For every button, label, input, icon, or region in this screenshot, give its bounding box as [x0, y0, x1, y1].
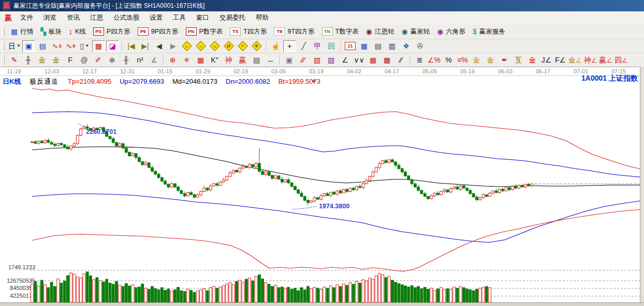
ying-tool-button[interactable]: 赢 — [236, 54, 249, 66]
menu-trade-order[interactable]: 交易委托 — [214, 12, 251, 24]
spiral-tool-button[interactable]: @ — [78, 54, 91, 66]
shift-left-button[interactable]: ← — [181, 40, 194, 52]
gold-levels-tool-button[interactable]: 金 — [484, 54, 497, 66]
time-hash-tool-button[interactable]: ╫ — [120, 54, 133, 66]
t-square-button[interactable]: TST四方形 — [226, 26, 270, 37]
winner-wheel-button[interactable]: ◉赢家轮 — [398, 26, 433, 37]
trendline-button[interactable]: ╱ — [297, 40, 310, 52]
jump-last-button[interactable]: ▶| — [139, 40, 152, 52]
menu-settings[interactable]: 设置 — [144, 12, 168, 24]
four-angle-tool-button[interactable]: 四∠ — [614, 54, 628, 66]
calendar-button[interactable]: 21 — [344, 40, 357, 52]
sectors-button[interactable]: ▚板块 — [37, 26, 65, 37]
menu-gann[interactable]: 江恩 — [85, 12, 108, 24]
gold-underline-tool-button[interactable]: 金 — [526, 54, 539, 66]
menu-news[interactable]: 资讯 — [62, 12, 85, 24]
menu-formula-picker[interactable]: 公式选股 — [108, 12, 144, 24]
f-angle-tool-button[interactable]: F∠ — [554, 54, 567, 66]
mark-tool-button[interactable]: ✐ — [92, 54, 105, 66]
gann-glyph-tool-button[interactable]: 甲 — [311, 40, 324, 52]
volume-profile-button[interactable]: ◪ — [106, 40, 119, 52]
slant-lines-tool-button[interactable]: ⁄⁄ — [394, 54, 407, 66]
save-web-button[interactable]: ❖ — [400, 40, 413, 52]
fibonacci-tool-button[interactable]: F — [64, 54, 77, 66]
ruler-tool-button[interactable]: ▤ — [250, 54, 263, 66]
winner-service-button[interactable]: $赢家服务 — [469, 26, 509, 37]
ink-tool-button[interactable]: ✒ — [498, 54, 511, 66]
pan-hand-button[interactable]: ☝ — [269, 40, 282, 52]
grid-shift-tool-button[interactable]: ▦ — [380, 54, 393, 66]
indicator-name[interactable]: 极反通道 — [30, 78, 58, 85]
kline-button[interactable]: ↨K线 — [65, 26, 90, 37]
j-angle-tool-button[interactable]: J∠ — [540, 54, 553, 66]
menu-browse[interactable]: 浏览 — [38, 12, 62, 24]
zoom-center-button[interactable]: + — [237, 40, 250, 52]
grid-target-tool-button[interactable]: ▦ — [194, 54, 207, 66]
box-fan-tool-button[interactable]: ▨ — [311, 54, 324, 66]
jump-first-button[interactable]: |◀ — [125, 40, 138, 52]
ying-angle-tool-button[interactable]: 赢∠ — [598, 54, 613, 66]
dropdown-caret-icon[interactable]: ▼ — [17, 44, 21, 48]
menu-help[interactable]: 帮助 — [251, 12, 274, 24]
expand-horizontal-button[interactable]: ↔ — [209, 40, 222, 52]
percent-drop-tool-button[interactable]: ∠% — [427, 54, 441, 66]
hexagon-button[interactable]: ◉六角形 — [433, 26, 469, 37]
t-table-button[interactable]: TNT数字表 — [318, 26, 362, 37]
toolbar-grip[interactable] — [2, 27, 5, 36]
diag-grid-tool-button[interactable]: ▧ — [325, 54, 338, 66]
info-panel-button[interactable]: ▤ — [36, 40, 49, 52]
gann-wheel-button[interactable]: ◉江恩轮 — [362, 26, 398, 37]
gann-circle-tool-button[interactable]: ⊕ — [106, 54, 119, 66]
wave-9-button[interactable]: ∿9 — [64, 40, 77, 52]
gann-fan-tool-button[interactable]: ⁄⁄⁄ — [297, 54, 310, 66]
zoom-region-button[interactable]: ▣ — [22, 40, 35, 52]
shen-tool-button[interactable]: 神 — [222, 54, 235, 66]
angles-tool-button[interactable]: ∠ — [339, 54, 352, 66]
9t-square-button[interactable]: T99T四方形 — [270, 26, 318, 37]
9p-square-button[interactable]: P99P四方形 — [134, 26, 182, 37]
measure-tool-button[interactable]: ↔ — [264, 54, 277, 66]
toolbar-grip[interactable] — [2, 41, 5, 51]
page-left-button[interactable]: ◀ — [153, 40, 166, 52]
pattern-overlay-button[interactable]: ▩ — [92, 40, 105, 52]
toolbar-grip[interactable] — [2, 55, 5, 65]
crosshair-button[interactable]: + — [283, 40, 296, 52]
dropdown-caret-icon[interactable]: ▼ — [85, 44, 89, 48]
shift-right-button[interactable]: → — [195, 40, 208, 52]
gold-circle-tool-button[interactable]: 金 — [470, 54, 483, 66]
gold-gann-tool-button[interactable]: 金 — [36, 54, 49, 66]
starburst-tool-button[interactable]: ✳ — [180, 54, 193, 66]
k-note-tool-button[interactable]: K″ — [208, 54, 221, 66]
percent-tool-button[interactable]: % — [442, 54, 455, 66]
calculator-button[interactable]: ▦ — [358, 40, 371, 52]
square-nine-tool-button[interactable]: n² — [134, 54, 147, 66]
frame-tool-button[interactable]: ▣ — [283, 54, 296, 66]
grid-tool-button[interactable]: ╫ — [22, 54, 35, 66]
pencil-tool-button[interactable]: ✎ — [8, 54, 21, 66]
page-right-button[interactable]: ▶ — [167, 40, 180, 52]
red-grid-tool-button[interactable]: ▦ — [367, 54, 379, 66]
stat-chart-tool-button[interactable]: ≣ — [413, 54, 426, 66]
p-table-button[interactable]: PNP数字表 — [182, 26, 227, 37]
p-square-button[interactable]: PSP四方形 — [90, 26, 134, 37]
quotes-button[interactable]: ▦行情 — [7, 26, 37, 37]
mirror-angle-tool-button[interactable]: ∡ — [148, 54, 160, 66]
gold-section-tool-button[interactable]: 金 — [50, 54, 63, 66]
pattern-maze-tool-button[interactable]: 回 — [325, 40, 338, 52]
percent-levels-tool-button[interactable]: ≡% — [456, 54, 469, 66]
menu-file[interactable]: 文件 — [15, 12, 38, 24]
candle-style-button[interactable]: ▯▼ — [78, 40, 91, 52]
menu-tools[interactable]: 工具 — [168, 12, 191, 24]
menu-window[interactable]: 窗口 — [191, 12, 214, 24]
zigzag-tool-button[interactable]: ∨∨ — [353, 54, 365, 66]
move-all-button[interactable]: ✛ — [251, 40, 264, 52]
print-button[interactable]: ✇ — [414, 40, 427, 52]
report-button[interactable]: ▤ — [372, 40, 385, 52]
save-button[interactable]: ▥ — [386, 40, 399, 52]
period-selector-button[interactable]: 日▼ — [8, 40, 21, 52]
shen-angle-tool-button[interactable]: 神∠ — [583, 54, 598, 66]
target-tool-button[interactable]: ⊕ — [166, 54, 179, 66]
kline-chart[interactable]: 11-1912-0312-1712-3101-1501-2902-1903-05… — [0, 67, 644, 302]
wave-3-button[interactable]: ∿3 — [50, 40, 63, 52]
compress-horizontal-button[interactable]: ⇄ — [223, 40, 236, 52]
